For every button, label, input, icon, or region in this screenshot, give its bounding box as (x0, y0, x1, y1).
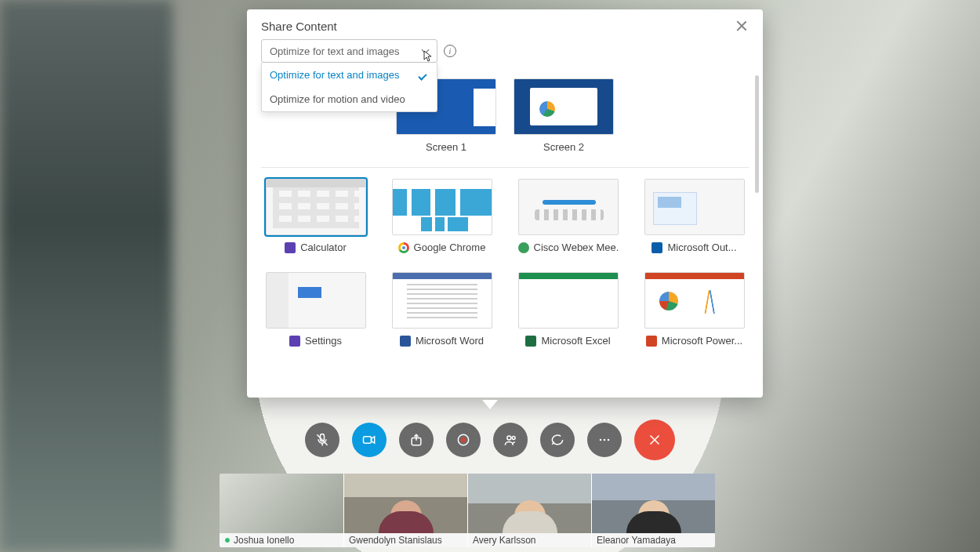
excel-icon (525, 336, 536, 347)
optimize-dropdown-menu: Optimize for text and images Optimize fo… (261, 63, 437, 112)
app-thumbnail (392, 179, 492, 235)
scrollbar-thumb[interactable] (755, 75, 759, 193)
participant-tile[interactable]: Gwendolyn Stanislaus (343, 474, 467, 547)
participant-name: Joshua Ionello (234, 535, 294, 546)
close-icon[interactable] (735, 19, 749, 33)
share-app-calculator[interactable]: Calculator (261, 179, 370, 253)
chrome-icon (398, 242, 409, 253)
section-divider (261, 167, 749, 168)
dialog-title: Share Content (261, 20, 337, 33)
more-button[interactable] (587, 423, 622, 457)
dropdown-option-text-images[interactable]: Optimize for text and images (262, 63, 437, 87)
app-thumbnail (644, 272, 745, 329)
video-button[interactable] (352, 423, 387, 457)
share-app-webex[interactable]: Cisco Webex Mee... (514, 179, 622, 253)
settings-icon (289, 336, 300, 347)
share-app-chrome[interactable]: Google Chrome (387, 179, 496, 253)
svg-point-9 (600, 439, 602, 441)
participant-name: Gwendolyn Stanislaus (349, 535, 442, 546)
dropdown-option-motion-video[interactable]: Optimize for motion and video (262, 87, 437, 111)
record-button[interactable] (446, 423, 481, 457)
dropdown-selected-label: Optimize for text and images (270, 45, 399, 57)
dialog-caret (482, 400, 498, 409)
screen-2-thumbnail (514, 78, 614, 135)
share-button[interactable] (399, 423, 434, 457)
app-thumbnail (392, 272, 492, 329)
meeting-controls (305, 419, 675, 460)
info-icon[interactable]: i (444, 45, 456, 57)
app-thumbnail (518, 179, 619, 235)
chat-button[interactable] (540, 423, 575, 457)
calculator-icon (285, 242, 296, 253)
word-icon (400, 336, 411, 347)
optimize-dropdown[interactable]: Optimize for text and images Optimize fo… (261, 39, 437, 63)
presence-indicator-icon (224, 537, 230, 543)
share-screen-2[interactable]: Screen 2 (514, 78, 614, 153)
svg-point-10 (604, 439, 606, 441)
app-thumbnail (266, 272, 366, 329)
participant-self[interactable]: Joshua Ionello (220, 474, 343, 547)
webex-icon (518, 242, 529, 253)
share-app-outlook[interactable]: Microsoft Out... (640, 179, 749, 253)
outlook-icon (652, 242, 662, 253)
participant-name: Eleanor Yamadaya (597, 535, 676, 546)
participant-tile[interactable]: Eleanor Yamadaya (591, 474, 715, 547)
app-thumbnail (644, 179, 745, 235)
app-thumbnail (518, 272, 619, 329)
share-app-word[interactable]: Microsoft Word (387, 272, 496, 347)
svg-point-11 (608, 439, 610, 441)
svg-rect-3 (364, 437, 372, 443)
mouse-cursor-icon (423, 50, 433, 63)
powerpoint-icon (646, 336, 657, 347)
screen-1-label: Screen 1 (426, 141, 466, 153)
share-app-settings[interactable]: Settings (261, 272, 370, 347)
participant-tile[interactable]: Avery Karlsson (467, 474, 591, 547)
app-thumbnail (266, 179, 366, 235)
share-app-powerpoint[interactable]: Microsoft Power... (640, 272, 749, 347)
participant-name: Avery Karlsson (473, 535, 535, 546)
svg-point-7 (507, 436, 511, 440)
svg-point-8 (512, 437, 515, 440)
svg-point-5 (461, 438, 466, 443)
participants-button[interactable] (493, 423, 528, 457)
screen-2-label: Screen 2 (543, 141, 584, 153)
mute-button[interactable] (305, 423, 339, 457)
share-app-excel[interactable]: Microsoft Excel (514, 272, 622, 347)
hangup-button[interactable] (634, 419, 675, 460)
check-icon (419, 72, 429, 78)
share-content-dialog: Share Content Optimize for text and imag… (247, 9, 763, 398)
participants-filmstrip: Joshua Ionello Gwendolyn Stanislaus Aver… (220, 474, 715, 547)
